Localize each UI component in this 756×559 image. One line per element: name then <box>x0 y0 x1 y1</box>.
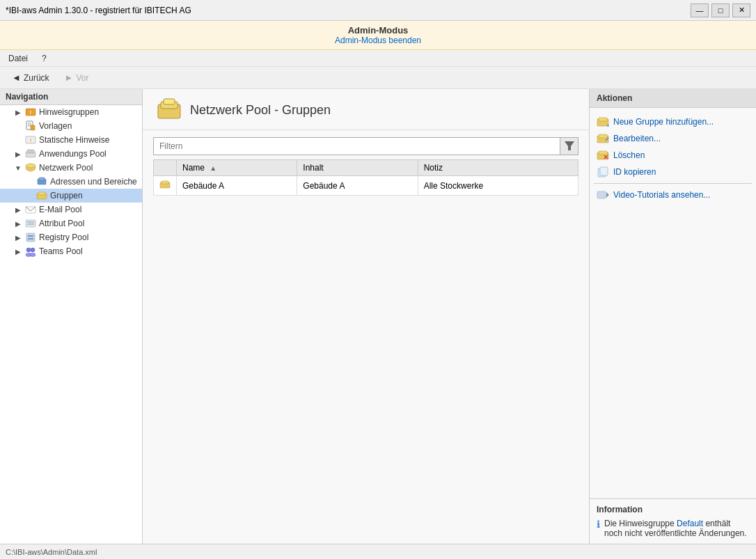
filter-input[interactable] <box>153 137 560 155</box>
col-header-inhalt[interactable]: Inhalt <box>297 160 418 176</box>
svg-marker-47 <box>606 192 609 198</box>
video-tutorials-icon <box>597 189 609 201</box>
sidebar-item-email-pool[interactable]: ▶ E-Mail Pool <box>0 203 142 216</box>
sidebar: Navigation ▶ ! Hinweisgruppen ▶ Vorlagen… <box>0 89 143 544</box>
info-text-before: Die Hinweisgruppe <box>604 519 677 528</box>
statische-hinweise-icon: ! <box>25 134 36 145</box>
sidebar-item-adressen-bereiche[interactable]: ▶ Adressen und Bereiche <box>0 175 142 189</box>
adressen-bereiche-icon <box>36 176 47 187</box>
action-neue-gruppe-label: Neue Gruppe hinzufügen... <box>613 117 714 127</box>
content-header-icon <box>157 97 182 123</box>
sidebar-item-hinweisgruppen[interactable]: ▶ ! Hinweisgruppen <box>0 105 142 119</box>
menu-item-datei[interactable]: Datei <box>6 52 31 65</box>
svg-point-12 <box>26 164 36 168</box>
id-kopieren-icon <box>597 166 609 178</box>
svg-rect-35 <box>599 118 607 121</box>
menu-item-help[interactable]: ? <box>39 52 49 65</box>
info-default-link[interactable]: Default <box>677 519 703 528</box>
maximize-button[interactable]: □ <box>711 3 730 17</box>
filter-button[interactable] <box>560 137 578 155</box>
expand-arrow-icon2: ▶ <box>14 150 22 158</box>
row-notiz: Alle Stockwerke <box>418 176 578 196</box>
registry-pool-icon <box>25 232 36 243</box>
forward-button[interactable]: ► Vor <box>58 70 95 86</box>
netzwerk-pool-label: Netzwerk Pool <box>39 163 93 173</box>
hinweisgruppen-label: Hinweisgruppen <box>39 107 99 117</box>
actions-header: Aktionen <box>590 89 756 108</box>
bearbeiten-icon <box>597 132 609 145</box>
teams-pool-icon <box>25 246 36 257</box>
table-header-row: Name ▲ Inhalt Notiz <box>154 160 578 176</box>
gruppen-label: Gruppen <box>50 191 83 200</box>
admin-mode-title: Admin-Modus <box>4 25 752 36</box>
table-row[interactable]: Gebäude A Gebäude A Alle Stockwerke <box>154 176 578 196</box>
data-table: Name ▲ Inhalt Notiz <box>153 159 578 196</box>
vorlagen-label: Vorlagen <box>39 121 72 131</box>
svg-marker-31 <box>565 141 574 150</box>
svg-rect-33 <box>162 181 168 184</box>
actions-list: + Neue Gruppe hinzufügen... Bearbeiten..… <box>590 108 756 498</box>
col-header-name[interactable]: Name ▲ <box>177 160 297 176</box>
hinweisgruppen-icon: ! <box>25 107 36 118</box>
svg-point-25 <box>31 248 35 252</box>
information-content: ℹ Die Hinweisgruppe Default enthält noch… <box>597 519 749 538</box>
sidebar-item-gruppen[interactable]: ▶ Gruppen <box>0 189 142 203</box>
action-loeschen[interactable]: Löschen <box>594 147 752 164</box>
forward-arrow-icon: ► <box>65 72 74 83</box>
action-divider <box>594 183 752 184</box>
action-bearbeiten[interactable]: Bearbeiten... <box>594 130 752 147</box>
info-text: Die Hinweisgruppe Default enthält noch n… <box>604 519 749 538</box>
action-video-tutorials-label: Video-Tutorials ansehen... <box>613 190 710 200</box>
information-panel: Information ℹ Die Hinweisgruppe Default … <box>590 498 756 544</box>
titlebar-title: *IBI-aws Admin 1.30.0 - registriert für … <box>6 6 191 15</box>
sidebar-item-registry-pool[interactable]: ▶ Registry Pool <box>0 230 142 244</box>
sidebar-item-vorlagen[interactable]: ▶ Vorlagen <box>0 119 142 133</box>
adressen-bereiche-label: Adressen und Bereiche <box>50 177 137 187</box>
action-id-kopieren[interactable]: ID kopieren <box>594 164 752 180</box>
svg-rect-30 <box>164 99 175 104</box>
action-neue-gruppe[interactable]: + Neue Gruppe hinzufügen... <box>594 113 752 130</box>
svg-text:!: ! <box>30 110 31 115</box>
sidebar-header: Navigation <box>0 89 142 105</box>
svg-rect-18 <box>26 220 36 227</box>
admin-mode-deactivate-link[interactable]: Admin-Modus beenden <box>335 36 421 45</box>
titlebar: *IBI-aws Admin 1.30.0 - registriert für … <box>0 0 756 21</box>
row-item-icon <box>159 179 171 190</box>
content-page-title: Netzwerk Pool - Gruppen <box>190 103 331 118</box>
gruppen-icon <box>36 190 47 201</box>
svg-rect-38 <box>599 134 607 138</box>
svg-rect-46 <box>597 191 606 198</box>
table-body: Gebäude A Gebäude A Alle Stockwerke <box>154 176 578 196</box>
table-area: Name ▲ Inhalt Notiz <box>143 130 589 544</box>
sidebar-item-teams-pool[interactable]: ▶ Teams Pool <box>0 244 142 258</box>
statusbar-path: C:\IBI-aws\Admin\Data.xml <box>6 548 97 556</box>
content-area: Netzwerk Pool - Gruppen Name ▲ <box>143 89 589 544</box>
expand-arrow-icon5: ▶ <box>14 233 22 242</box>
minimize-button[interactable]: — <box>691 3 709 17</box>
action-video-tutorials[interactable]: Video-Tutorials ansehen... <box>594 187 752 203</box>
sidebar-item-attribut-pool[interactable]: ▶ Attribut Pool <box>0 216 142 230</box>
svg-text:+: + <box>606 123 609 128</box>
filter-bar <box>153 137 578 155</box>
col-header-select <box>154 160 177 176</box>
svg-rect-10 <box>27 150 34 153</box>
netzwerk-pool-icon <box>25 162 36 173</box>
close-button[interactable]: ✕ <box>732 3 750 17</box>
col-header-notiz[interactable]: Notiz <box>418 160 578 176</box>
titlebar-controls: — □ ✕ <box>691 3 750 17</box>
statische-hinweise-label: Statische Hinweise <box>39 135 109 145</box>
back-button[interactable]: ◄ Zurück <box>6 70 56 86</box>
row-name: Gebäude A <box>177 176 297 196</box>
svg-rect-16 <box>38 192 45 195</box>
anwendungs-pool-label: Anwendungs Pool <box>39 149 107 159</box>
sidebar-item-anwendungs-pool[interactable]: ▶ Anwendungs Pool <box>0 147 142 161</box>
anwendungs-pool-icon <box>25 148 36 159</box>
sidebar-item-statische-hinweise[interactable]: ▶ ! Statische Hinweise <box>0 133 142 147</box>
sidebar-item-netzwerk-pool[interactable]: ▼ Netzwerk Pool <box>0 161 142 175</box>
email-pool-icon <box>25 204 36 215</box>
svg-rect-23 <box>28 238 33 239</box>
expand-arrow-icon4: ▶ <box>14 219 22 228</box>
main-layout: Navigation ▶ ! Hinweisgruppen ▶ Vorlagen… <box>0 89 756 544</box>
collapse-arrow-icon: ▼ <box>14 164 22 172</box>
row-icon-cell <box>154 176 177 196</box>
